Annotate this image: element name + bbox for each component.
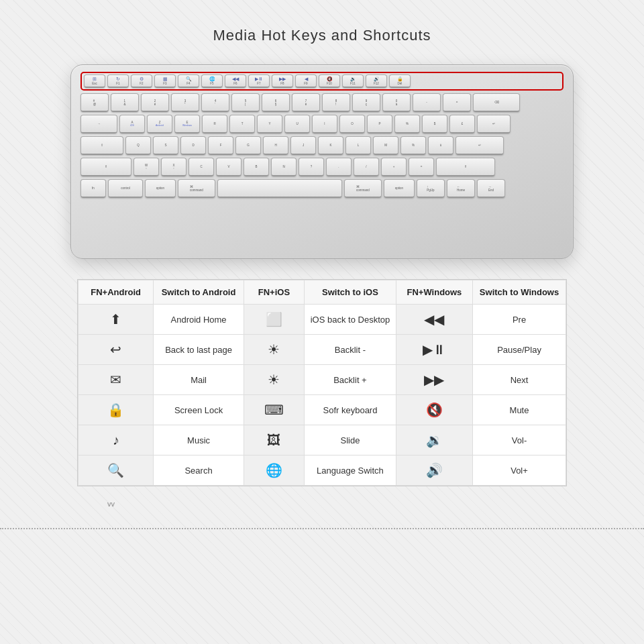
key-slash[interactable]: / [354, 158, 379, 176]
key-home[interactable]: ←Home [447, 179, 475, 198]
key-f9[interactable]: ◀ F9 [295, 74, 317, 88]
key-c[interactable]: C [189, 158, 214, 176]
icon-ios-2: ☀ [244, 365, 304, 395]
key-0[interactable]: 0à [382, 93, 411, 112]
icon-ios-0: ⬜ [244, 305, 304, 335]
key-i[interactable]: I [312, 115, 337, 133]
bottom-row: fn control option ⌘command ⌘command opti… [80, 179, 564, 198]
key-3[interactable]: 3" [171, 93, 199, 112]
key-command-left[interactable]: ⌘command [178, 179, 215, 198]
key-enter[interactable]: ↵ [477, 115, 511, 133]
col-fn-ios-header: FN+iOS [244, 280, 304, 305]
action-android-3: Screen Lock [154, 395, 244, 425]
key-w[interactable]: W < [133, 158, 159, 176]
key-f8[interactable]: ▶▶ F8 [272, 74, 293, 88]
key-shift-right[interactable]: ⇑ [436, 158, 495, 176]
key-minus[interactable]: - [413, 93, 441, 112]
table-row: 🔒 Screen Lock ⌨ Sofr keyboard 🔇 Mute [78, 395, 566, 425]
key-2[interactable]: 2é [141, 93, 169, 112]
action-ios-0: iOS back to Desktop [305, 305, 396, 335]
key-command-right[interactable]: ⌘command [344, 179, 382, 198]
key-end[interactable]: →End [477, 179, 505, 198]
key-5[interactable]: 5( [231, 93, 260, 112]
key-shift-left[interactable]: ⇑ [80, 158, 131, 176]
key-eq2[interactable]: = [409, 158, 434, 176]
key-z[interactable]: Z Android [147, 115, 172, 133]
key-enter2[interactable]: ↵ [455, 136, 504, 155]
key-f10[interactable]: 🔇 F10 [319, 74, 340, 88]
key-f2[interactable]: ⚙ F2 [131, 74, 152, 88]
key-f11[interactable]: 🔉 F11 [342, 74, 364, 88]
key-f5[interactable]: 🌐 F5 [201, 74, 223, 88]
key-u[interactable]: U [284, 115, 310, 133]
table-row: ⬆ Android Home ⬜ iOS back to Desktop ◀◀ … [78, 305, 566, 335]
key-del[interactable]: 🔒 Del [389, 74, 411, 88]
action-windows-1: Pause/Play [473, 335, 566, 365]
key-t[interactable]: T [229, 115, 255, 133]
key-comma[interactable]: ? [299, 158, 324, 176]
key-b[interactable]: B [244, 158, 269, 176]
key-percent[interactable]: % [400, 136, 426, 155]
key-6[interactable]: 6§ [262, 93, 290, 112]
keyboard-image: ⊞ Esc ↻ F1 ⚙ F2 ▦ F3 🔍 F4 🌐 F5 ◀◀ F6 ▶⏸ [70, 64, 574, 259]
key-pgup[interactable]: ↑PgUp [417, 179, 445, 198]
key-backspace[interactable]: ⌫ [473, 93, 520, 112]
key-k[interactable]: K [318, 136, 343, 155]
icon-windows-2: ▶▶ [396, 365, 472, 395]
key-f3[interactable]: ▦ F3 [154, 74, 176, 88]
key-s[interactable]: S [153, 136, 178, 155]
key-v[interactable]: V [216, 158, 241, 176]
icon-windows-0: ◀◀ [396, 305, 472, 335]
action-ios-1: Backlit - [305, 335, 396, 365]
key-r[interactable]: R [202, 115, 227, 133]
col-action-windows-header: Switch to Windows [473, 280, 566, 305]
key-f4[interactable]: 🔍 F4 [178, 74, 199, 88]
action-android-1: Back to last page [154, 335, 244, 365]
key-fn[interactable]: fn [80, 179, 106, 198]
key-o[interactable]: O [339, 115, 365, 133]
key-g[interactable]: G [235, 136, 261, 155]
key-space[interactable] [217, 179, 342, 198]
key-a[interactable]: A iOS [119, 115, 145, 133]
key-9[interactable]: 9ç [352, 93, 380, 112]
key-p[interactable]: P [367, 115, 392, 133]
key-j[interactable]: J [290, 136, 316, 155]
icon-android-3: 🔒 [78, 395, 154, 425]
key-option-left[interactable]: option [145, 179, 176, 198]
key-control[interactable]: control [108, 179, 143, 198]
key-x[interactable]: X > [161, 158, 186, 176]
key-plus[interactable]: + [381, 158, 407, 176]
key-q[interactable]: Q [125, 136, 151, 155]
key-e[interactable]: E Windows [174, 115, 200, 133]
key-esc[interactable]: ⊞ Esc [84, 74, 105, 88]
key-f[interactable]: F [208, 136, 233, 155]
key-ù[interactable]: ù [428, 136, 453, 155]
key-f7[interactable]: ▶⏸ F7 [248, 74, 270, 88]
key-f6[interactable]: ◀◀ F6 [225, 74, 246, 88]
key-l[interactable]: L [345, 136, 371, 155]
key-hash[interactable]: #@ [80, 93, 109, 112]
vv-label: vv [107, 500, 115, 508]
key-f1[interactable]: ↻ F1 [107, 74, 129, 88]
key-f12[interactable]: 🔊 F12 [366, 74, 387, 88]
key-period[interactable]: . [326, 158, 352, 176]
key-m[interactable]: M [373, 136, 398, 155]
key-equals[interactable]: = [443, 93, 471, 112]
caps-row: ⇧ Q S D F G H J K L M % ù ↵ [80, 136, 564, 155]
key-rbracket[interactable]: $ [422, 115, 447, 133]
key-8[interactable]: 8! [322, 93, 350, 112]
col-fn-windows-header: FN+Windows [396, 280, 472, 305]
key-lbracket[interactable]: % [394, 115, 420, 133]
key-d[interactable]: D [180, 136, 206, 155]
key-option-right[interactable]: option [384, 179, 415, 198]
key-4[interactable]: 4' [201, 93, 229, 112]
table-row: ♪ Music 🖼 Slide 🔉 Vol- [78, 425, 566, 455]
key-y[interactable]: Y [257, 115, 282, 133]
key-n[interactable]: N [271, 158, 297, 176]
key-backslash[interactable]: £ [449, 115, 475, 133]
key-7[interactable]: 7è [292, 93, 320, 112]
key-h[interactable]: H [263, 136, 288, 155]
key-caps[interactable]: ⇧ [80, 136, 123, 155]
key-1[interactable]: 1& [111, 93, 139, 112]
key-tab[interactable]: → [80, 115, 117, 133]
